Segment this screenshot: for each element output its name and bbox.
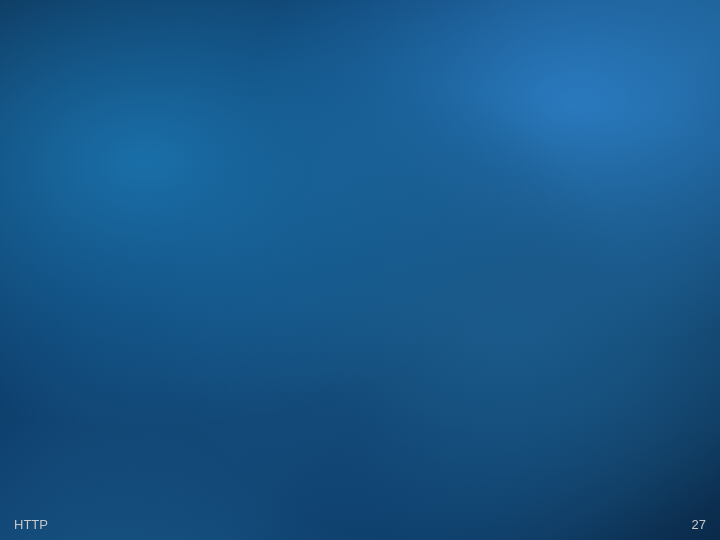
background	[0, 0, 720, 540]
page-number: 27	[692, 517, 706, 532]
slide: HTTP 1.0 HTTP response – Description of …	[0, 0, 720, 540]
footer-label: HTTP	[14, 517, 48, 532]
